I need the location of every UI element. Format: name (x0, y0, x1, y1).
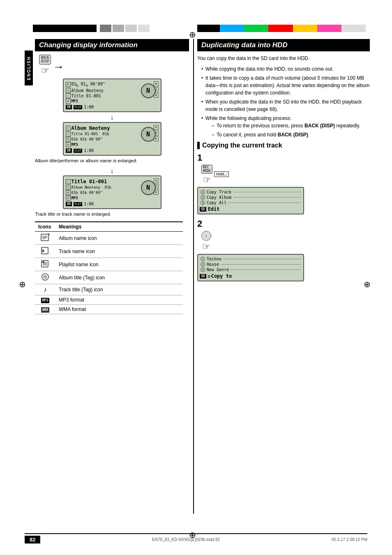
table-row: ▶ Track name icon (35, 245, 183, 258)
menu-circle-new-genre: 3 (201, 267, 205, 272)
svg-point-14 (45, 276, 46, 278)
track-name-meaning: Track name icon (55, 245, 183, 258)
color-bar (197, 25, 366, 32)
icons-table: Icons Meanings (35, 221, 183, 314)
menu-line-house (221, 264, 301, 265)
screen3-icon4: ⊡ (66, 196, 71, 200)
sd-badge-1: SD (66, 105, 72, 109)
house-label: House (207, 262, 219, 267)
ci-button[interactable]: ↑ (201, 231, 211, 241)
track-tag-icon-cell: ♪ (35, 284, 55, 295)
hand-cursor-step2: ☞ (202, 242, 210, 252)
copy-track-label: Copy Track (207, 190, 231, 194)
edit-label: Edit (208, 206, 220, 212)
sd-badge-step2: SD (200, 274, 206, 279)
compass-2: N (141, 127, 156, 142)
flat-badge-2: FLAT (74, 149, 82, 153)
screen2-row1: Album Neoteny (71, 125, 110, 131)
menu-line-1 (233, 192, 301, 192)
footer-filename: EN78_83_KD-NX901[E]SDfb.indd 82 (152, 537, 220, 542)
menu-circle-3: 3 (201, 200, 205, 205)
step2-button-area: ↑ ☞ (201, 231, 370, 252)
wma-format-icon: WMA (41, 307, 49, 313)
left-column: ENGLISH Changing display information BAC… (25, 39, 189, 314)
bullet-item-4: While the following duplicating process:… (201, 115, 370, 138)
copy-to-label: Copy to (211, 273, 232, 279)
table-row: MP3 MP3 format (35, 295, 183, 305)
screen1-right-icon1: ⊡ (154, 81, 159, 86)
sd-badge-3: SD (66, 202, 72, 206)
display-screen-2: □ Album Neoteny ⊡ ⊡ ⊡ ♪ Title 01-001 01b… (63, 122, 161, 156)
screen3-bottom: SD FLAT 1:00 (66, 202, 159, 206)
copy-section-header: Copying the current track (197, 142, 370, 149)
screen3-icon2: □ (66, 185, 71, 190)
screen1-row3: Title 01-001 (71, 94, 101, 98)
right-section-title: Duplicating data into HDD (197, 39, 370, 51)
table-row: WMA WMA format (35, 305, 183, 314)
album-tag-meaning: Album title (Tag) icon (55, 271, 183, 284)
new-genre-label: New Genre (207, 267, 229, 272)
screen2-icon3: ⊡ (66, 137, 71, 142)
menu-row-copy-all: 3 Copy All (200, 200, 302, 205)
copy-album-label: Copy Album (207, 195, 231, 200)
hand-cursor-step1: ☞ (203, 175, 211, 185)
menu-row-copy-track: 1 Copy Track (200, 189, 302, 195)
copy-header-bar (197, 142, 200, 149)
menu-line-new-genre (231, 269, 301, 270)
track-name-icon: ▶ (41, 246, 50, 255)
page-content: ENGLISH Changing display information BAC… (25, 39, 367, 514)
playlist-icon-cell (35, 258, 55, 271)
sd-badge-step1: SD (200, 207, 206, 212)
back-disp-bold-1: BACK (DISP) (304, 123, 335, 129)
meanings-col-header: Meanings (55, 222, 183, 232)
screen3-right-icon1: ⊡ (154, 178, 159, 183)
svg-rect-11 (42, 261, 44, 263)
screen3-time: 1:00 (84, 202, 94, 206)
screen3-row2: Album Neoteny 01b (71, 185, 112, 189)
compass-1: N (141, 83, 156, 98)
table-row: Album title (Tag) icon (35, 271, 183, 284)
screen2-bottom: SD FLAT 1:00 (66, 148, 159, 153)
footer-timestamp: 05.3.17 2:08:15 PM (332, 537, 367, 542)
menu-line-techno (223, 259, 301, 259)
screen2-icon1: □ (66, 126, 71, 131)
step-1: 1 RECMODE ☞ Hold... 1 Copy Track (197, 152, 370, 214)
screen3-icon3: ⊡ (66, 190, 71, 195)
back-button[interactable]: BACKDISP (39, 55, 51, 64)
rec-button[interactable]: RECMODE (201, 165, 212, 174)
screen3-row3: 01b 01b 00'09" (71, 191, 103, 195)
reg-mark-top: ⊕ (189, 30, 196, 39)
left-section-header-wrapper: Changing display information BACKDISP ☞ … (35, 39, 189, 314)
icons-meanings-section: Icons Meanings (35, 221, 189, 314)
print-bar-black (33, 25, 97, 32)
intro-text: You can copy the data in the SD card int… (197, 55, 370, 62)
album-name-meaning: Album name icon (55, 232, 183, 245)
icons-col-header: Icons (35, 222, 55, 232)
caption-2: Track title or track name is enlarged. (35, 211, 189, 217)
playlist-name-icon (41, 260, 50, 268)
step2-menu-screen: 1 Techno 2 House 3 New Genre SD ⊡ (197, 254, 304, 281)
mp3-meaning: MP3 format (55, 295, 183, 305)
screen1-row2: Album Neoteny (71, 88, 104, 93)
screen2-right-icon1: ⊡ (154, 125, 159, 130)
copy-section-title: Copying the current track (202, 142, 282, 149)
display-screen-3: ♪ Title 01-001 ⊡ ⊡ ⊡ □ Album Neoteny 01b… (63, 175, 161, 209)
menu-circle-1: 1 (201, 190, 205, 194)
step-1-number: 1 (197, 152, 370, 163)
screen3-icon1: ♪ (66, 179, 71, 184)
page-number: 82 (25, 536, 40, 543)
table-row: Playlist name icon (35, 258, 183, 271)
bullet-list: While copying the data into the HDD, no … (201, 65, 370, 138)
screen1-icon4: ⊡ (66, 99, 71, 104)
mp3-icon-cell: MP3 (35, 295, 55, 305)
sd-badge-2: SD (66, 148, 72, 153)
back-button-area: BACKDISP ☞ → (39, 55, 189, 76)
hold-text: Hold... (214, 171, 229, 177)
screen2-row3: 01b 01b 00'09" (71, 137, 103, 141)
step-2: 2 ↑ ☞ 1 Techno 2 House (197, 219, 370, 281)
table-row: Album name icon (35, 232, 183, 245)
bullet-item-1: While copying the data into the HDD, no … (201, 65, 370, 73)
sub-bullet-2: To cancel it, press and hold BACK (DISP)… (212, 131, 370, 138)
step-2-number: 2 (197, 219, 370, 229)
menu-row-copy-album: 2 Copy Album (200, 195, 302, 200)
